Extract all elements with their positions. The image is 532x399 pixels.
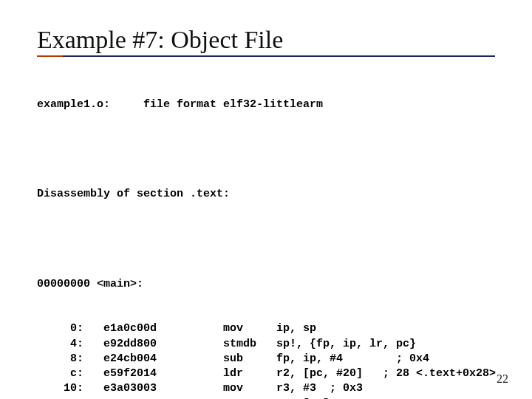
slide-title: Example #7: Object File	[37, 26, 502, 54]
disassembly-block: example1.o: file format elf32-littlearm …	[37, 67, 502, 399]
symbol-line: 00000000 <main>:	[37, 277, 502, 292]
title-underline	[37, 55, 495, 57]
instruction-row: c: e59f2014 ldr r2, [pc, #20] ; 28 <.tex…	[37, 366, 502, 381]
section-header: Disassembly of section .text:	[37, 187, 502, 202]
blank-line	[37, 142, 502, 157]
blank-line	[37, 232, 502, 247]
filename: example1.o:	[37, 98, 110, 111]
instruction-row: 14: e5823000 str r3, [r2]	[37, 397, 502, 400]
page-number: 22	[497, 372, 508, 386]
instruction-row: 4: e92dd800 stmdb sp!, {fp, ip, lr, pc}	[37, 337, 502, 352]
slide: Example #7: Object File example1.o: file…	[0, 0, 532, 399]
instruction-row: 10: e3a03003 mov r3, #3 ; 0x3	[37, 381, 502, 396]
file-line: example1.o: file format elf32-littlearm	[37, 98, 502, 112]
instruction-row: 8: e24cb004 sub fp, ip, #4 ; 0x4	[37, 352, 502, 366]
file-format: file format elf32-littlearm	[143, 98, 323, 111]
instruction-row: 0: e1a0c00d mov ip, sp	[37, 321, 502, 336]
